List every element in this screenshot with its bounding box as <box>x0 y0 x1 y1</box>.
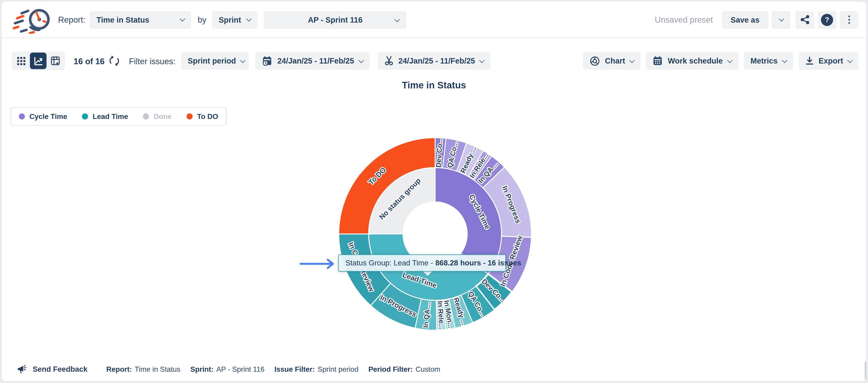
summary-key: Issue Filter: <box>275 365 315 373</box>
legend-label: Lead Time <box>93 112 128 121</box>
trim-period-select[interactable]: 24/Jan/25 - 11/Feb/25 <box>377 52 490 70</box>
download-icon <box>805 57 814 65</box>
chart-type-label: Chart <box>605 57 625 65</box>
scissors-icon <box>384 56 394 66</box>
pivot-table-icon <box>51 56 60 66</box>
legend-dot <box>143 113 149 119</box>
summary-value: Time in Status <box>135 365 180 373</box>
filter-issues-label: Filter issues: <box>129 56 176 66</box>
megaphone-icon <box>17 364 28 374</box>
summary-issue-filter: Issue Filter: Sprint period <box>275 365 359 373</box>
tooltip-value: 868.28 hours - 16 issues <box>435 259 521 267</box>
by-label: by <box>198 15 207 25</box>
summary-value: Custom <box>415 365 440 373</box>
chart-type-select[interactable]: Chart <box>583 52 641 70</box>
calendar-clock-icon <box>262 56 272 66</box>
sprint-select-value: AP - Sprint 116 <box>308 15 363 24</box>
summary-key: Report: <box>106 365 132 373</box>
header: Report: Time in Status by Sprint AP - Sp… <box>2 2 866 38</box>
period-filter-value: 24/Jan/25 - 11/Feb/25 <box>277 57 354 65</box>
sunburst-chart-icon <box>589 56 600 66</box>
chevron-down-icon <box>240 58 246 63</box>
metrics-select[interactable]: Metrics <box>744 52 793 70</box>
issue-filter-value: Sprint period <box>188 57 236 65</box>
help-icon: ? <box>821 13 833 26</box>
chart-view-button[interactable] <box>30 53 46 69</box>
calendar-icon <box>653 56 663 66</box>
chart-legend: Cycle Time Lead Time Done To DO <box>10 107 226 126</box>
grid-icon <box>17 57 25 65</box>
scrollbar-thumb[interactable] <box>865 361 866 379</box>
share-button[interactable] <box>795 11 814 29</box>
help-button[interactable]: ? <box>817 11 836 29</box>
grid-view-button[interactable] <box>13 53 29 69</box>
report-summary: Report: Time in Status Sprint: AP - Spri… <box>106 365 440 373</box>
work-schedule-label: Work schedule <box>668 57 723 65</box>
table-view-button[interactable] <box>47 53 64 69</box>
trim-period-value: 24/Jan/25 - 11/Feb/25 <box>398 57 475 65</box>
refresh-icon <box>109 56 120 66</box>
footer: Send Feedback Report: Time in Status Spr… <box>17 360 855 378</box>
chevron-down-icon <box>394 16 400 22</box>
report-select-value: Time in Status <box>96 15 149 24</box>
summary-value: AP - Sprint 116 <box>216 365 265 373</box>
group-by-select[interactable]: Sprint <box>212 11 257 29</box>
group-by-value: Sprint <box>219 15 241 24</box>
chevron-down-icon <box>629 58 635 63</box>
metrics-label: Metrics <box>750 57 777 65</box>
chevron-down-icon <box>847 58 852 63</box>
legend-item-lead-time[interactable]: Lead Time <box>82 112 128 121</box>
chart-title: Time in Status <box>2 80 866 91</box>
summary-key: Period Filter: <box>368 365 413 373</box>
save-as-label: Save as <box>731 15 760 24</box>
summary-key: Sprint: <box>190 365 213 373</box>
summary-period-filter: Period Filter: Custom <box>368 365 440 373</box>
legend-item-to-do[interactable]: To DO <box>186 112 218 121</box>
chevron-down-icon <box>479 58 485 63</box>
send-feedback-label: Send Feedback <box>33 365 87 373</box>
chevron-down-icon <box>358 58 364 63</box>
summary-value: Sprint period <box>318 365 359 373</box>
kebab-menu-icon: ⋮ <box>844 17 854 23</box>
legend-label: Done <box>154 112 172 121</box>
toolbar: 16 of 16 Filter issues: Sprint period <box>11 51 859 70</box>
legend-item-done[interactable]: Done <box>143 112 172 121</box>
more-menu-button[interactable]: ⋮ <box>840 11 859 29</box>
legend-label: To DO <box>197 112 218 121</box>
export-label: Export <box>818 57 843 65</box>
line-chart-icon <box>33 56 43 66</box>
summary-sprint: Sprint: AP - Sprint 116 <box>190 365 264 373</box>
share-icon <box>800 15 810 25</box>
save-options-button[interactable] <box>772 11 790 29</box>
view-switcher <box>11 51 65 70</box>
chevron-down-icon <box>782 58 787 63</box>
chart-tooltip: Status Group: Lead Time - 868.28 hours -… <box>338 254 506 272</box>
legend-dot <box>19 113 25 119</box>
chevron-down-icon <box>180 16 185 22</box>
annotation-arrow <box>299 258 340 269</box>
chevron-down-icon <box>778 16 784 22</box>
issue-count: 16 of 16 <box>73 56 104 66</box>
app-card: Report: Time in Status by Sprint AP - Sp… <box>2 2 866 381</box>
period-filter-select[interactable]: 24/Jan/25 - 11/Feb/25 <box>255 52 370 70</box>
app-logo <box>11 6 53 33</box>
legend-dot <box>186 113 192 119</box>
summary-report: Report: Time in Status <box>106 365 180 373</box>
app-viewport: Report: Time in Status by Sprint AP - Sp… <box>0 0 868 383</box>
chevron-down-icon <box>727 58 733 63</box>
legend-label: Cycle Time <box>29 112 67 121</box>
send-feedback-button[interactable]: Send Feedback <box>17 364 88 374</box>
report-select[interactable]: Time in Status <box>90 11 191 29</box>
tooltip-text: Status Group: Lead Time - <box>345 259 433 267</box>
issue-filter-select[interactable]: Sprint period <box>181 52 248 70</box>
export-button[interactable]: Export <box>799 52 859 70</box>
legend-item-cycle-time[interactable]: Cycle Time <box>19 112 67 121</box>
toolbar-right: Chart Work schedule Metrics <box>583 52 859 70</box>
sprint-select[interactable]: AP - Sprint 116 <box>264 11 406 29</box>
work-schedule-select[interactable]: Work schedule <box>646 52 738 70</box>
legend-dot <box>82 113 88 119</box>
refresh-button[interactable] <box>109 56 120 66</box>
sunburst-chart[interactable]: Cycle TimeDev Co...QA Co...Ready ...In R… <box>339 138 531 330</box>
chevron-down-icon <box>246 16 252 22</box>
save-as-button[interactable]: Save as <box>722 11 769 29</box>
